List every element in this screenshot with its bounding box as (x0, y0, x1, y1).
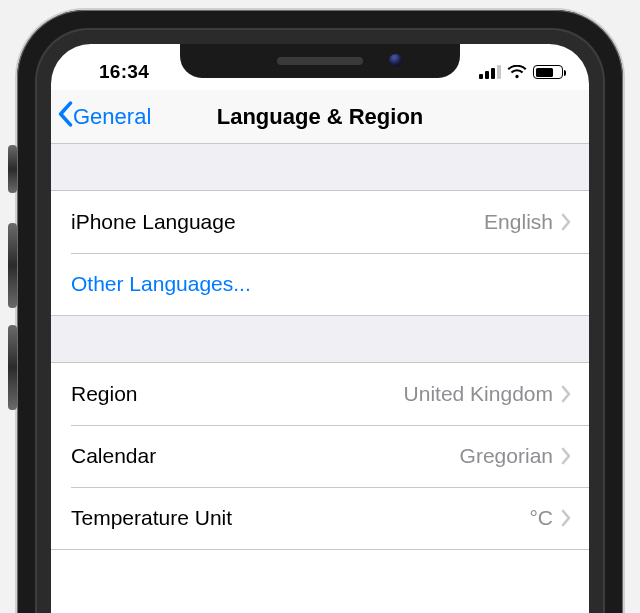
page-title: Language & Region (217, 104, 424, 130)
side-button-volume-down (8, 325, 17, 410)
row-label: iPhone Language (71, 210, 236, 234)
front-camera (389, 54, 402, 67)
side-button-silent (8, 145, 17, 193)
back-label: General (73, 104, 151, 130)
row-value: °C (529, 506, 553, 530)
phone-notch (180, 44, 460, 78)
phone-screen: 16:34 (51, 44, 589, 613)
cellular-signal-icon (479, 65, 501, 79)
row-label: Other Languages... (71, 272, 251, 296)
speaker-grille (277, 57, 363, 65)
row-iphone-language[interactable]: iPhone Language English (51, 191, 589, 253)
chevron-right-icon (561, 213, 571, 231)
row-calendar[interactable]: Calendar Gregorian (51, 425, 589, 487)
section-spacer (51, 316, 589, 362)
section-spacer (51, 144, 589, 190)
chevron-right-icon (561, 447, 571, 465)
status-time: 16:34 (83, 51, 149, 83)
nav-bar: General Language & Region (51, 90, 589, 144)
row-value: Gregorian (460, 444, 553, 468)
wifi-icon (507, 65, 527, 80)
phone-bezel: 16:34 (17, 10, 623, 613)
row-label: Region (71, 382, 138, 406)
chevron-right-icon (561, 385, 571, 403)
battery-icon (533, 65, 563, 79)
row-value: English (484, 210, 553, 234)
row-region[interactable]: Region United Kingdom (51, 363, 589, 425)
chevron-right-icon (561, 509, 571, 527)
settings-content: iPhone Language English Other Languages.… (51, 144, 589, 550)
status-right (479, 55, 567, 80)
group-region: Region United Kingdom Calendar Gregorian (51, 362, 589, 550)
row-label: Calendar (71, 444, 156, 468)
side-button-volume-up (8, 223, 17, 308)
group-language: iPhone Language English Other Languages.… (51, 190, 589, 316)
chevron-left-icon (57, 101, 71, 133)
row-label: Temperature Unit (71, 506, 232, 530)
row-other-languages[interactable]: Other Languages... (51, 253, 589, 315)
device-frame: 16:34 (0, 0, 640, 613)
row-value: United Kingdom (404, 382, 553, 406)
row-temperature-unit[interactable]: Temperature Unit °C (51, 487, 589, 549)
back-button[interactable]: General (51, 101, 151, 133)
